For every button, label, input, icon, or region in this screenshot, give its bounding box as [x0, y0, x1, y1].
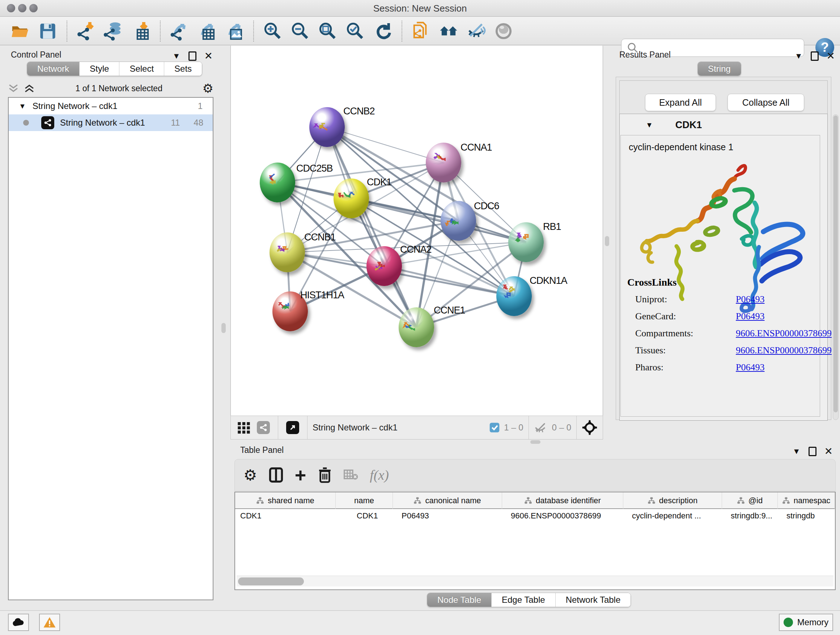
- crosslink-value-link[interactable]: 9606.ENSP00000378699: [736, 345, 832, 356]
- column-header-shared-name[interactable]: shared name: [235, 492, 336, 509]
- selected-checkbox-icon[interactable]: [489, 422, 500, 433]
- crosslink-value-link[interactable]: P06493: [736, 311, 764, 322]
- network-node-ccna1[interactable]: [426, 143, 461, 182]
- network-node-rb1[interactable]: [508, 222, 544, 262]
- show-annotations-button[interactable]: [409, 19, 433, 43]
- crosslink-label: Compartments:: [635, 328, 693, 339]
- collection-expander-icon[interactable]: ▼: [19, 102, 26, 111]
- tab-node-table[interactable]: Node Table: [427, 593, 492, 607]
- column-header-name[interactable]: name: [336, 492, 393, 509]
- warnings-button[interactable]: [39, 614, 60, 631]
- tab-select[interactable]: Select: [119, 62, 164, 76]
- results-panel-title: Results Panel: [619, 50, 671, 60]
- column-header-id[interactable]: @id: [722, 492, 778, 509]
- network-edge[interactable]: [384, 266, 514, 296]
- network-options-gear-icon[interactable]: ⚙: [202, 81, 213, 96]
- table-panel-close-icon[interactable]: ✕: [824, 445, 833, 457]
- network-node-cdc25b[interactable]: [260, 163, 295, 203]
- return-home-button[interactable]: [437, 19, 460, 43]
- control-panel-title: Control Panel: [11, 50, 61, 60]
- results-panel-close-icon[interactable]: ✕: [827, 50, 835, 62]
- show-columns-icon[interactable]: [269, 467, 283, 483]
- table-options-gear-icon[interactable]: ⚙: [243, 466, 257, 484]
- export-image-button[interactable]: [223, 19, 246, 43]
- table-cell[interactable]: stringdb:9...: [731, 511, 777, 521]
- results-panel-collapse-icon[interactable]: ▼: [795, 51, 803, 61]
- protein-thumbnail: [270, 233, 305, 272]
- table-panel-collapse-icon[interactable]: ▼: [793, 447, 801, 456]
- crosslink-row: Uniprot: P06493: [635, 294, 816, 305]
- network-row[interactable]: String Network – cdk1 11 48: [9, 114, 213, 131]
- column-header-namespac[interactable]: namespac: [778, 492, 835, 509]
- cloud-button[interactable]: [8, 614, 29, 631]
- left-splitter-handle[interactable]: [221, 323, 226, 333]
- memory-button[interactable]: Memory: [779, 614, 833, 631]
- tab-network[interactable]: Network: [27, 62, 80, 76]
- network-node-cdk1[interactable]: [333, 179, 369, 218]
- control-panel-float-icon[interactable]: [188, 51, 196, 61]
- zoom-fit-button[interactable]: [316, 19, 339, 43]
- table-cell[interactable]: stringdb: [786, 511, 834, 521]
- column-header-database-identifier[interactable]: database identifier: [502, 492, 623, 509]
- toolbar-divider: [160, 21, 161, 42]
- expand-all-icon[interactable]: [23, 83, 35, 94]
- toggle-graphics-details-button[interactable]: [492, 19, 515, 43]
- column-header-canonical-name[interactable]: canonical name: [393, 492, 502, 509]
- zoom-in-button[interactable]: [261, 19, 284, 43]
- network-node-cdc6[interactable]: [441, 201, 476, 241]
- table-panel-float-icon[interactable]: [808, 447, 816, 456]
- network-node-ccnb2[interactable]: [309, 107, 345, 147]
- export-network-button[interactable]: [168, 19, 191, 43]
- save-session-button[interactable]: [36, 19, 59, 43]
- network-canvas[interactable]: CCNB2CCNA1CDC25BCDK1CDC6RB1CCNB1CCNA2CDK…: [231, 46, 603, 416]
- tab-style[interactable]: Style: [80, 62, 119, 76]
- table-cell[interactable]: P06493: [401, 511, 501, 521]
- crosslink-value-link[interactable]: P06493: [736, 294, 764, 305]
- network-node-ccne1[interactable]: [399, 307, 434, 347]
- import-table-file-button[interactable]: [129, 19, 153, 43]
- results-scrollbar[interactable]: [833, 114, 838, 420]
- import-network-file-button[interactable]: [74, 19, 98, 43]
- export-table-button[interactable]: [195, 19, 218, 43]
- node-label-ccna2: CCNA2: [400, 244, 431, 255]
- tab-edge-table[interactable]: Edge Table: [492, 593, 556, 607]
- protein-expander-icon[interactable]: ▼: [646, 121, 653, 129]
- table-cell[interactable]: cyclin-dependent ...: [632, 511, 722, 521]
- hide-selected-button[interactable]: [464, 19, 488, 43]
- network-node-cdkn1a[interactable]: [496, 276, 532, 316]
- protein-thumbnail: [441, 201, 476, 241]
- graphics-details-button[interactable]: [237, 420, 251, 435]
- network-node-ccnb1[interactable]: [270, 233, 305, 272]
- zoom-selected-button[interactable]: [344, 19, 367, 43]
- birdseye-view-button[interactable]: [286, 421, 299, 434]
- tab-sets[interactable]: Sets: [164, 62, 202, 76]
- bottom-splitter-handle[interactable]: [531, 440, 540, 444]
- network-node-ccna2[interactable]: [366, 246, 402, 286]
- protein-header-row[interactable]: ▼ CDK1: [621, 116, 820, 134]
- string-style-button[interactable]: [257, 421, 270, 434]
- expand-all-button[interactable]: Expand All: [645, 94, 716, 111]
- right-splitter-handle[interactable]: [605, 236, 609, 246]
- crosslink-value-link[interactable]: P06493: [736, 362, 764, 373]
- control-panel-close-icon[interactable]: ✕: [204, 50, 213, 62]
- refresh-view-button[interactable]: [371, 19, 394, 43]
- open-session-button[interactable]: [9, 19, 32, 43]
- zoom-out-button[interactable]: [289, 19, 312, 43]
- fit-selected-crosshair-icon[interactable]: [582, 420, 598, 435]
- delete-column-trash-icon[interactable]: [317, 467, 332, 483]
- table-horizontal-scrollbar[interactable]: [237, 576, 834, 586]
- tab-string[interactable]: String: [698, 62, 741, 76]
- table-cell[interactable]: 9606.ENSP00000378699: [511, 511, 622, 521]
- table-cell[interactable]: CDK1: [240, 511, 332, 521]
- crosslink-value-link[interactable]: 9606.ENSP00000378699: [736, 328, 832, 339]
- network-collection-row[interactable]: ▼ String Network – cdk1 1: [9, 98, 213, 114]
- collapse-all-icon[interactable]: [7, 83, 19, 94]
- table-cell[interactable]: CDK1: [357, 511, 404, 521]
- collapse-all-button[interactable]: Collapse All: [728, 94, 804, 111]
- import-network-database-button[interactable]: [102, 19, 125, 43]
- tab-network-table[interactable]: Network Table: [556, 593, 631, 607]
- results-panel-float-icon[interactable]: [811, 51, 819, 61]
- control-panel-collapse-icon[interactable]: ▼: [172, 51, 180, 61]
- column-header-description[interactable]: description: [623, 492, 722, 509]
- create-column-icon[interactable]: +: [295, 468, 306, 482]
